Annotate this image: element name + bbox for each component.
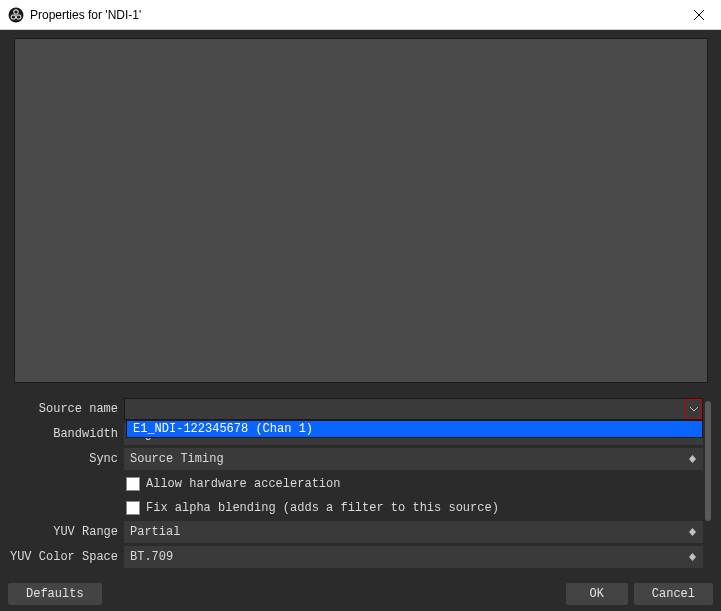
spinner-icon[interactable] [683, 548, 701, 566]
close-button[interactable] [676, 0, 721, 30]
chevron-down-icon[interactable] [685, 399, 702, 419]
hw-accel-label: Allow hardware acceleration [146, 477, 340, 491]
dropdown-option[interactable]: E1_NDI-122345678 (Chan 1) [127, 421, 702, 437]
yuv-range-select[interactable]: Partial [124, 521, 703, 543]
defaults-button[interactable]: Defaults [8, 583, 102, 605]
yuv-cs-select[interactable]: BT.709 [124, 546, 703, 568]
properties-form: Source name E1_NDI-122345678 (Chan 1) Ba… [8, 397, 713, 569]
obs-icon [8, 7, 24, 23]
window-title: Properties for 'NDI-1' [30, 8, 141, 22]
dialog-body: Source name E1_NDI-122345678 (Chan 1) Ba… [0, 30, 721, 611]
label-yuv-cs: YUV Color Space [8, 550, 124, 564]
yuv-cs-value: BT.709 [130, 546, 173, 568]
source-name-dropdown: E1_NDI-122345678 (Chan 1) [126, 420, 703, 438]
row-sync: Sync Source Timing [8, 447, 703, 471]
titlebar: Properties for 'NDI-1' [0, 0, 721, 30]
ok-button[interactable]: OK [566, 583, 628, 605]
label-bandwidth: Bandwidth [8, 427, 124, 441]
spinner-icon[interactable] [683, 450, 701, 468]
label-sync: Sync [8, 452, 124, 466]
row-yuv-range: YUV Range Partial [8, 520, 703, 544]
row-yuv-cs: YUV Color Space BT.709 [8, 545, 703, 569]
spinner-icon[interactable] [683, 523, 701, 541]
hw-accel-checkbox[interactable] [126, 477, 140, 491]
scrollbar-thumb[interactable] [705, 401, 711, 521]
source-name-select[interactable] [124, 398, 703, 420]
cancel-button[interactable]: Cancel [634, 583, 713, 605]
row-fix-alpha: Fix alpha blending (adds a filter to thi… [126, 496, 703, 520]
label-source-name: Source name [8, 402, 124, 416]
label-yuv-range: YUV Range [8, 525, 124, 539]
row-hw-accel: Allow hardware acceleration [126, 472, 703, 496]
sync-value: Source Timing [130, 448, 224, 470]
form-scrollbar[interactable] [705, 397, 711, 569]
fix-alpha-label: Fix alpha blending (adds a filter to thi… [146, 501, 499, 515]
footer: Defaults OK Cancel [8, 583, 713, 605]
sync-select[interactable]: Source Timing [124, 448, 703, 470]
yuv-range-value: Partial [130, 521, 180, 543]
fix-alpha-checkbox[interactable] [126, 501, 140, 515]
row-source-name: Source name [8, 397, 703, 421]
preview-area [14, 38, 708, 383]
